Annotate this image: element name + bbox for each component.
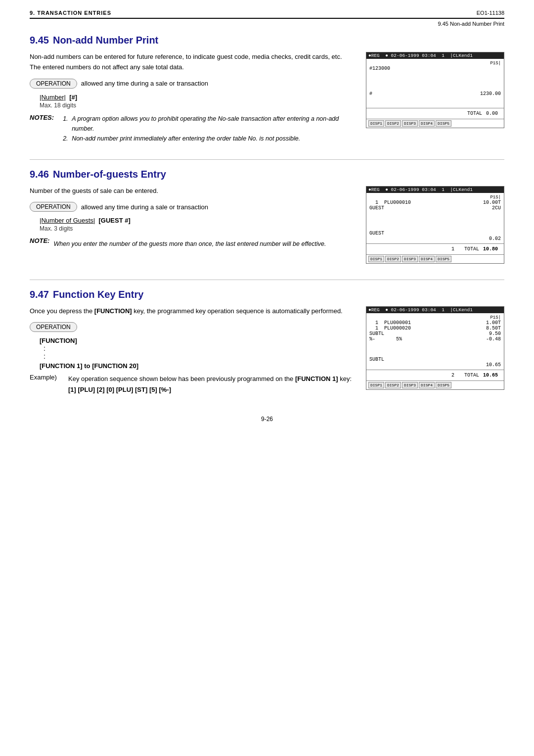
receipt-9-45-body: P1S| #123000 #1230.00 bbox=[366, 59, 504, 108]
disp3-btn-9-45: DISP3 bbox=[402, 120, 418, 127]
section-9-45-title: 9.45Non-add Number Print bbox=[30, 35, 504, 46]
operation-badge-9-46: OPERATION bbox=[30, 202, 77, 212]
subheader: 9.45 Non-add Number Print bbox=[30, 20, 504, 27]
receipt-9-47-total: 2 TOTAL 10.65 bbox=[369, 372, 501, 378]
section-9-45-receipt: ●REG ● 02-06-1999 03:04 1 |CLKend1 P1S| … bbox=[366, 52, 504, 128]
receipt-9-45-line1: #123000 bbox=[369, 66, 501, 71]
receipt-9-46-header: ●REG ● 02-06-1999 03:04 1 |CLKend1 bbox=[366, 187, 504, 193]
receipt-9-47-header-text: ●REG ● 02-06-1999 03:04 1 |CLKend1 bbox=[368, 307, 473, 313]
key-seq-hash: [#] bbox=[69, 94, 77, 101]
section-9-45-left: Non-add numbers can be entered for futur… bbox=[30, 52, 354, 143]
function-range: [FUNCTION 1] to [FUNCTION 20] bbox=[40, 362, 354, 370]
receipt-9-47-line4: %- 5%-0.48 bbox=[369, 336, 501, 342]
note-item-1: A program option allows you to prohibit … bbox=[72, 114, 354, 134]
receipt-9-47-display: 2 TOTAL 10.65 bbox=[366, 370, 504, 380]
receipt-9-45-total-value: 0.00 bbox=[486, 111, 498, 116]
disp1-btn-9-47: DISP1 bbox=[368, 382, 384, 388]
receipt-9-47-disps: DISP1 DISP2 DISP3 DISP4 DISP5 bbox=[366, 380, 504, 389]
receipt-9-46-line4: 0.02 bbox=[369, 236, 501, 241]
section-9-46-content: Number of the guests of sale can be ente… bbox=[30, 186, 504, 264]
disp3-btn-9-47: DISP3 bbox=[402, 382, 418, 388]
receipt-9-46-total: 1 TOTAL 10.80 bbox=[369, 246, 501, 252]
subheader-text: 9.45 Non-add Number Print bbox=[438, 21, 504, 27]
disp1-btn-9-45: DISP1 bbox=[368, 120, 384, 127]
receipt-9-46-total-value: 10.80 bbox=[483, 246, 498, 252]
section-9-45-desc1: Non-add numbers can be entered for futur… bbox=[30, 52, 354, 73]
page-header: 9. TRANSACTION ENTRIES EO1-11138 bbox=[30, 10, 504, 19]
max-digits-9-45: Max. 18 digits bbox=[40, 102, 354, 109]
disp5-btn-9-46: DISP5 bbox=[436, 256, 451, 262]
note-label-9-46: NOTE: bbox=[30, 237, 49, 244]
example-label: Example) bbox=[30, 374, 64, 395]
key-seq-guest-label: |Number of Guests| bbox=[40, 217, 95, 224]
receipt-9-45-header-text: ●REG ● 02-06-1999 03:04 1 |CLKend1 bbox=[368, 53, 473, 58]
header-left: 9. TRANSACTION ENTRIES bbox=[30, 10, 111, 16]
disp1-btn-9-46: DISP1 bbox=[368, 256, 384, 262]
example-block: Example) Key operation sequence shown be… bbox=[30, 374, 354, 395]
section-9-45-operation-row: OPERATION allowed any time during a sale… bbox=[30, 79, 354, 89]
key-seq-number-label: |Number| bbox=[40, 94, 66, 101]
page-footer: 9-26 bbox=[30, 412, 504, 423]
section-9-46-receipt: ●REG ● 02-06-1999 03:04 1 |CLKend1 P1S| … bbox=[366, 186, 504, 264]
notes-title-9-45: NOTES: bbox=[30, 114, 54, 121]
receipt-9-47-p1s: P1S| bbox=[369, 315, 501, 320]
max-digits-9-46: Max. 3 digits bbox=[40, 225, 354, 232]
header-right: EO1-11138 bbox=[477, 10, 504, 16]
section-9-47-number: 9.47 bbox=[30, 289, 49, 300]
section-9-46-left: Number of the guests of sale can be ente… bbox=[30, 186, 354, 249]
section-9-45-number: 9.45 bbox=[30, 35, 49, 46]
notes-block-9-45: NOTES: A program option allows you to pr… bbox=[30, 114, 354, 143]
key-sequence-9-46: |Number of Guests| [GUEST #] bbox=[40, 217, 354, 224]
section-9-47-title: 9.47Function Key Entry bbox=[30, 289, 504, 300]
receipt-9-46-header-text: ●REG ● 02-06-1999 03:04 1 |CLKend1 bbox=[368, 187, 473, 192]
disp3-btn-9-46: DISP3 bbox=[402, 256, 418, 262]
receipt-9-45-total: TOTAL 0.00 bbox=[369, 110, 501, 117]
disp2-btn-9-45: DISP2 bbox=[385, 120, 401, 127]
key-sequence-9-45: |Number| [#] bbox=[40, 94, 354, 101]
disp2-btn-9-47: DISP2 bbox=[385, 382, 401, 388]
receipt-9-47-line3: SUBTL9.50 bbox=[369, 331, 501, 336]
page-number: 9-26 bbox=[261, 416, 273, 423]
receipt-9-47-total-prefix: 2 bbox=[451, 373, 460, 378]
section-9-45-content: Non-add numbers can be entered for futur… bbox=[30, 52, 504, 143]
section-9-46-desc: Number of the guests of sale can be ente… bbox=[30, 186, 354, 196]
disp4-btn-9-45: DISP4 bbox=[419, 120, 435, 127]
operation-badge-9-45: OPERATION bbox=[30, 79, 77, 89]
receipt-9-45-line2: #1230.00 bbox=[369, 91, 501, 96]
receipt-9-47-header: ●REG ● 02-06-1999 03:04 1 |CLKend1 bbox=[366, 307, 504, 313]
receipt-9-46-line3: GUEST bbox=[369, 231, 501, 236]
disp2-btn-9-46: DISP2 bbox=[385, 256, 401, 262]
receipt-9-46-body: P1S| 1 PLU00001010.00T GUEST2CU GUEST bbox=[366, 193, 504, 244]
page: 9. TRANSACTION ENTRIES EO1-11138 9.45 No… bbox=[0, 0, 534, 442]
receipt-9-45-header: ●REG ● 02-06-1999 03:04 1 |CLKend1 bbox=[366, 52, 504, 59]
receipt-9-45: ●REG ● 02-06-1999 03:04 1 |CLKend1 P1S| … bbox=[366, 52, 504, 128]
note-block-9-46: NOTE: When you enter the number of the g… bbox=[30, 237, 354, 249]
function-colon1: : bbox=[44, 344, 354, 352]
receipt-9-46-disps: DISP1 DISP2 DISP3 DISP4 DISP5 bbox=[366, 254, 504, 263]
example-content: Key operation sequence shown below has b… bbox=[68, 374, 352, 395]
receipt-9-45-display: TOTAL 0.00 bbox=[366, 108, 504, 119]
receipt-9-46-p1s: P1S| bbox=[369, 195, 501, 200]
section-9-47-receipt: ●REG ● 02-06-1999 03:04 1 |CLKend1 P1S| … bbox=[366, 306, 504, 390]
function-key-label: [FUNCTION] bbox=[40, 337, 354, 344]
disp4-btn-9-47: DISP4 bbox=[419, 382, 435, 388]
note-item-2: Non-add number print immediately after e… bbox=[72, 134, 354, 143]
disp5-btn-9-45: DISP5 bbox=[436, 120, 451, 127]
receipt-9-47: ●REG ● 02-06-1999 03:04 1 |CLKend1 P1S| … bbox=[366, 306, 504, 390]
receipt-9-46-total-label: TOTAL bbox=[464, 246, 479, 252]
receipt-9-47-total-value: 10.65 bbox=[483, 373, 498, 378]
section-9-45: 9.45Non-add Number Print Non-add numbers… bbox=[30, 35, 504, 143]
receipt-9-47-line6: 10.65 bbox=[369, 362, 501, 368]
receipt-9-47-line1: 1 PLU0000011.00T bbox=[369, 320, 501, 326]
disp4-btn-9-46: DISP4 bbox=[419, 256, 435, 262]
operation-badge-9-47: OPERATION bbox=[30, 322, 77, 332]
receipt-9-45-disps: DISP1 DISP2 DISP3 DISP4 DISP5 bbox=[366, 119, 504, 128]
receipt-9-46-line1: 1 PLU00001010.00T bbox=[369, 200, 501, 205]
receipt-9-45-total-label: TOTAL bbox=[467, 111, 482, 116]
operation-text-9-46: allowed any time during a sale or transa… bbox=[81, 203, 208, 211]
receipt-9-45-p1s: P1S| bbox=[369, 61, 501, 66]
receipt-9-46-display: 1 TOTAL 10.80 bbox=[366, 244, 504, 254]
section-9-46-operation-row: OPERATION allowed any time during a sale… bbox=[30, 202, 354, 212]
section-9-46-number: 9.46 bbox=[30, 169, 49, 180]
receipt-9-46: ●REG ● 02-06-1999 03:04 1 |CLKend1 P1S| … bbox=[366, 186, 504, 264]
